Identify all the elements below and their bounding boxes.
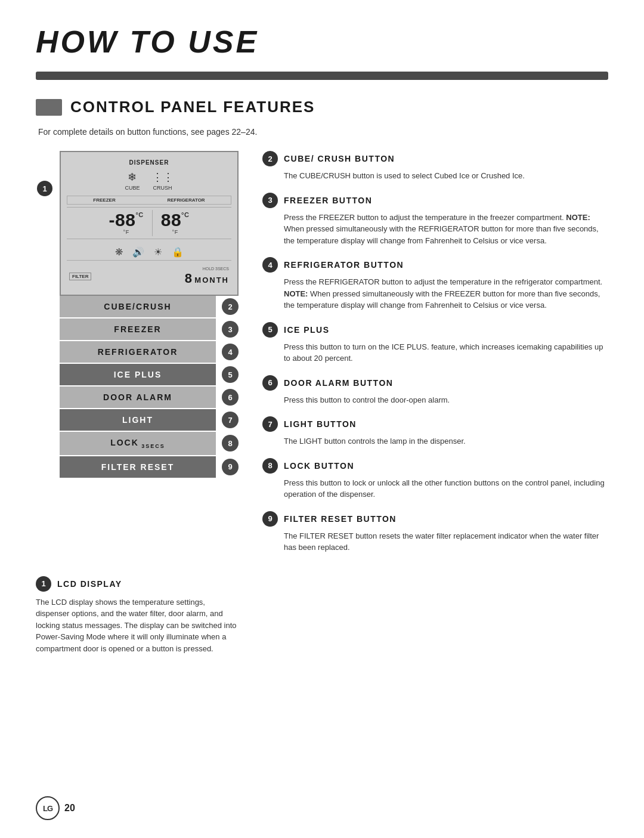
btn-number-6: 6 — [222, 389, 239, 406]
cube-label: CUBE — [125, 185, 140, 191]
bottom-layout: 1 LCD DISPLAY The LCD display shows the … — [36, 576, 608, 655]
section-header: CONTROL PANEL FEATURES — [36, 98, 608, 116]
lg-logo: LG — [36, 796, 60, 820]
feature-desc-4: Press the REFRIGERATOR button to adjust … — [262, 276, 608, 311]
ctrl-button-7[interactable]: LIGHT — [60, 409, 216, 431]
month-num: 8 — [185, 271, 192, 286]
ctrl-button-2[interactable]: CUBE/CRUSH — [60, 296, 216, 317]
feature-title-9: FILTER RESET BUTTON — [284, 514, 397, 524]
ctrl-button-8[interactable]: LOCK 3SECS — [60, 432, 216, 455]
button-row-4: REFRIGERATOR4 — [60, 341, 239, 363]
temp1-display: -88 — [109, 211, 136, 229]
feature-header-8: 8LOCK BUTTON — [262, 458, 608, 474]
feature-item-6: 6DOOR ALARM BUTTONPress this button to c… — [262, 375, 608, 406]
feature-desc-3: Press the FREEZER button to adjust the t… — [262, 212, 608, 247]
right-bottom-spacer — [262, 576, 608, 655]
feature-header-9: 9FILTER RESET BUTTON — [262, 511, 608, 527]
feature-item-4: 4REFRIGERATOR BUTTONPress the REFRIGERAT… — [262, 257, 608, 311]
diagram-wrapper: 1 DISPENSER ❄ CUBE ⋮⋮ CRUSH — [60, 151, 239, 479]
feature-desc-5: Press this button to turn on the ICE PLU… — [262, 341, 608, 364]
circle-num-1: 1 — [37, 181, 52, 196]
crush-item: ⋮⋮ CRUSH — [152, 171, 174, 191]
sound-icon: 🔊 — [132, 246, 144, 258]
feature-num-4: 4 — [262, 257, 278, 273]
feature-header-3: 3FREEZER BUTTON — [262, 193, 608, 208]
feature-num-9: 9 — [262, 511, 278, 527]
temp2-unit-f: °F — [172, 229, 178, 235]
filter-label: FILTER — [69, 273, 91, 280]
temp2-unit-c: °C — [181, 211, 189, 219]
feature-desc-6: Press this button to control the door-op… — [262, 394, 608, 406]
btn-number-3: 3 — [222, 321, 239, 338]
section-bar-icon — [36, 99, 62, 116]
feature-title-2: CUBE/ CRUSH BUTTON — [284, 154, 395, 163]
feature-num-2: 2 — [262, 151, 278, 166]
feature-item-9: 9FILTER RESET BUTTONThe FILTER RESET but… — [262, 511, 608, 553]
lcd-temp-row: -88 °C °F 88 °C °F — [67, 207, 231, 239]
feature-desc-8: Press this button to lock or unlock all … — [262, 477, 608, 500]
ctrl-button-4[interactable]: REFRIGERATOR — [60, 341, 216, 363]
feature-desc-2: The CUBE/CRUSH button is used to select … — [262, 170, 608, 182]
temp2-display: 88 — [161, 211, 181, 229]
temp1-unit-c: °C — [135, 211, 143, 219]
button-row-9: FILTER RESET9 — [60, 456, 239, 478]
dark-bar — [36, 72, 608, 80]
cube-item: ❄ CUBE — [125, 171, 140, 191]
month-label: MONTH — [194, 276, 229, 285]
cube-icon: ❄ — [128, 171, 137, 184]
feature-num-1: 1 — [36, 576, 51, 592]
feature-item-8: 8LOCK BUTTONPress this button to lock or… — [262, 458, 608, 500]
feature-desc-9: The FILTER RESET button resets the water… — [262, 530, 608, 553]
snowflake-icon: ❋ — [115, 246, 123, 258]
crush-label: CRUSH — [153, 185, 172, 191]
ctrl-button-3[interactable]: FREEZER — [60, 318, 216, 340]
dispenser-label: DISPENSER — [67, 159, 231, 166]
btn-number-9: 9 — [222, 459, 239, 475]
feature-header-5: 5ICE PLUS — [262, 322, 608, 338]
btn-number-8: 8 — [222, 435, 239, 452]
lock-icon: 🔒 — [172, 246, 184, 258]
crush-icon: ⋮⋮ — [152, 171, 174, 184]
left-panel: 1 DISPENSER ❄ CUBE ⋮⋮ CRUSH — [36, 151, 239, 485]
feature-item-5: 5ICE PLUSPress this button to turn on th… — [262, 322, 608, 364]
btn-number-2: 2 — [222, 298, 239, 315]
page-title: HOW TO USE — [36, 24, 608, 60]
feature-desc-1: The LCD display shows the temperature se… — [36, 596, 239, 655]
ctrl-button-5[interactable]: ICE PLUS — [60, 364, 216, 385]
button-row-3: FREEZER3 — [60, 318, 239, 340]
feature-1-header: 1 LCD DISPLAY — [36, 576, 239, 592]
feature-header-4: 4REFRIGERATOR BUTTON — [262, 257, 608, 273]
feature-num-6: 6 — [262, 375, 278, 391]
feature-item-7: 7LIGHT BUTTONThe LIGHT button controls t… — [262, 416, 608, 447]
button-row-2: CUBE/CRUSH2 — [60, 296, 239, 317]
btn-number-4: 4 — [222, 344, 239, 360]
badge-1: 1 — [37, 181, 52, 196]
feature-header-6: 6DOOR ALARM BUTTON — [262, 375, 608, 391]
month-display: HOLD 3SECS 8 MONTH — [185, 267, 229, 286]
lcd-section: 1 LCD DISPLAY The LCD display shows the … — [36, 576, 239, 655]
lcd-display-box: DISPENSER ❄ CUBE ⋮⋮ CRUSH — [60, 151, 239, 296]
feature-title-6: DOOR ALARM BUTTON — [284, 378, 393, 388]
feature-num-7: 7 — [262, 416, 278, 432]
feature-title-7: LIGHT BUTTON — [284, 419, 357, 429]
ctrl-button-6[interactable]: DOOR ALARM — [60, 386, 216, 408]
feature-num-5: 5 — [262, 322, 278, 338]
light-icon: ☀ — [154, 246, 162, 258]
feature-item-2: 2CUBE/ CRUSH BUTTONThe CUBE/CRUSH button… — [262, 151, 608, 182]
subtitle: For complete details on button functions… — [36, 127, 608, 137]
feature-desc-7: The LIGHT button controls the lamp in th… — [262, 435, 608, 447]
lcd-icons-row: ❋ 🔊 ☀ 🔒 — [67, 244, 231, 261]
lcd-ice-row: ❄ CUBE ⋮⋮ CRUSH — [67, 171, 231, 191]
refrigerator-tab-label: REFRIGERATOR — [167, 197, 205, 203]
feature-title-4: REFRIGERATOR BUTTON — [284, 260, 404, 270]
feature-title-8: LOCK BUTTON — [284, 461, 354, 471]
button-row-5: ICE PLUS5 — [60, 364, 239, 385]
feature-title-5: ICE PLUS — [284, 325, 330, 335]
button-row-8: LOCK 3SECS8 — [60, 432, 239, 455]
feature-num-8: 8 — [262, 458, 278, 474]
right-panel: 2CUBE/ CRUSH BUTTONThe CUBE/CRUSH button… — [262, 151, 608, 564]
temp-freezer: -88 °C °F — [101, 210, 153, 236]
ctrl-button-9[interactable]: FILTER RESET — [60, 456, 216, 478]
feature-title-1: LCD DISPLAY — [57, 579, 122, 589]
section-title: CONTROL PANEL FEATURES — [70, 98, 315, 116]
